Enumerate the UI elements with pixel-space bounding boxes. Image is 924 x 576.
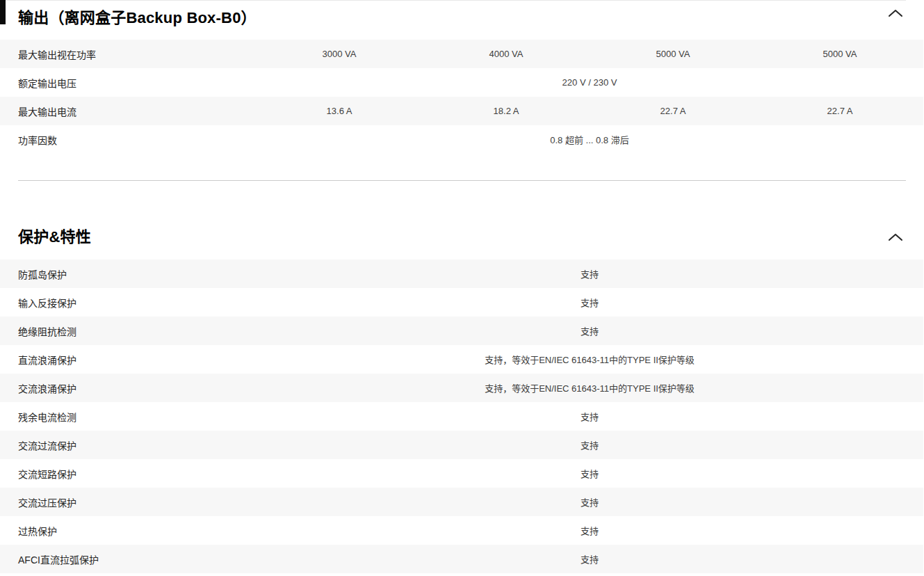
row-value: 18.2 A bbox=[423, 106, 590, 116]
row-label: 交流浪涌保护 bbox=[0, 381, 256, 395]
table-row: 防孤岛保护 支持 bbox=[0, 259, 923, 288]
table-row: 残余电流检测 支持 bbox=[0, 402, 923, 431]
table-row: 交流浪涌保护 支持，等效于EN/IEC 61643-11中的TYPE II保护等… bbox=[0, 374, 923, 402]
section-divider bbox=[18, 180, 906, 181]
row-value: 4000 VA bbox=[423, 49, 590, 59]
table-row: AFCI直流拉弧保护 支持 bbox=[0, 545, 923, 573]
table-row: 输入反接保护 支持 bbox=[0, 288, 923, 317]
output-spec-table: 最大输出视在功率 3000 VA 4000 VA 5000 VA 5000 VA… bbox=[0, 40, 923, 154]
table-row: 最大输出视在功率 3000 VA 4000 VA 5000 VA 5000 VA bbox=[0, 40, 923, 68]
row-value: 支持 bbox=[256, 267, 923, 280]
section-output-collapse-button[interactable] bbox=[887, 7, 904, 21]
row-value: 3000 VA bbox=[256, 49, 423, 59]
row-value: 5000 VA bbox=[590, 49, 756, 59]
section-output-title: 输出（离网盒子Backup Box-B0） bbox=[18, 6, 882, 29]
row-value: 支持 bbox=[256, 438, 923, 451]
row-label: 功率因数 bbox=[0, 133, 256, 147]
section-protection-header: 保护&特性 bbox=[0, 225, 924, 250]
row-label: 交流短路保护 bbox=[0, 467, 256, 481]
row-value: 支持 bbox=[256, 524, 923, 537]
section-protection-collapse-button[interactable] bbox=[887, 231, 904, 245]
table-row: 额定输出电压 220 V / 230 V bbox=[0, 68, 923, 97]
row-value: 支持 bbox=[256, 495, 923, 509]
row-value: 0.8 超前 ... 0.8 滞后 bbox=[256, 133, 923, 146]
row-label: 输入反接保护 bbox=[0, 296, 256, 310]
table-row: 交流过流保护 支持 bbox=[0, 431, 923, 459]
row-value: 220 V / 230 V bbox=[256, 77, 923, 88]
row-value: 支持 bbox=[256, 324, 923, 337]
section-protection: 保护&特性 防孤岛保护 支持 输入反接保护 支持 绝缘阻抗检测 支持 bbox=[0, 225, 924, 573]
row-value: 支持 bbox=[256, 296, 923, 309]
row-label: 绝缘阻抗检测 bbox=[0, 324, 256, 338]
row-value: 22.7 A bbox=[590, 106, 756, 116]
row-value: 支持 bbox=[256, 552, 923, 566]
row-label: 最大输出视在功率 bbox=[0, 47, 256, 61]
table-row: 绝缘阻抗检测 支持 bbox=[0, 317, 923, 345]
spec-page: 输出（离网盒子Backup Box-B0） 最大输出视在功率 3000 VA 4… bbox=[0, 0, 924, 576]
chevron-up-icon bbox=[888, 8, 903, 20]
table-row: 功率因数 0.8 超前 ... 0.8 滞后 bbox=[0, 125, 923, 154]
section-output-header: 输出（离网盒子Backup Box-B0） bbox=[0, 0, 924, 40]
row-label: 残余电流检测 bbox=[0, 410, 256, 424]
row-value: 支持，等效于EN/IEC 61643-11中的TYPE II保护等级 bbox=[256, 381, 923, 394]
row-value: 支持 bbox=[256, 467, 923, 480]
row-label: 额定输出电压 bbox=[0, 76, 256, 90]
chevron-up-icon bbox=[888, 232, 903, 244]
row-value: 支持，等效于EN/IEC 61643-11中的TYPE II保护等级 bbox=[256, 353, 923, 366]
table-row: 交流过压保护 支持 bbox=[0, 488, 923, 516]
table-row: 最大输出电流 13.6 A 18.2 A 22.7 A 22.7 A bbox=[0, 97, 923, 125]
row-label: AFCI直流拉弧保护 bbox=[0, 552, 256, 566]
row-label: 交流过流保护 bbox=[0, 438, 256, 452]
row-label: 防孤岛保护 bbox=[0, 267, 256, 281]
row-label: 交流过压保护 bbox=[0, 495, 256, 509]
table-row: 直流浪涌保护 支持，等效于EN/IEC 61643-11中的TYPE II保护等… bbox=[0, 345, 923, 374]
row-value: 13.6 A bbox=[256, 106, 423, 116]
table-row: 过热保护 支持 bbox=[0, 516, 923, 545]
table-row: 交流短路保护 支持 bbox=[0, 459, 923, 488]
row-value: 支持 bbox=[256, 410, 923, 423]
row-value: 5000 VA bbox=[756, 49, 923, 59]
row-label: 直流浪涌保护 bbox=[0, 353, 256, 367]
protection-spec-table: 防孤岛保护 支持 输入反接保护 支持 绝缘阻抗检测 支持 直流浪涌保护 支持，等… bbox=[0, 259, 923, 573]
screenshot-edge-artifact bbox=[0, 0, 6, 24]
section-protection-title: 保护&特性 bbox=[18, 225, 882, 248]
row-label: 过热保护 bbox=[0, 524, 256, 538]
row-label: 最大输出电流 bbox=[0, 104, 256, 118]
row-value: 22.7 A bbox=[756, 106, 923, 116]
section-output: 输出（离网盒子Backup Box-B0） 最大输出视在功率 3000 VA 4… bbox=[0, 0, 924, 154]
